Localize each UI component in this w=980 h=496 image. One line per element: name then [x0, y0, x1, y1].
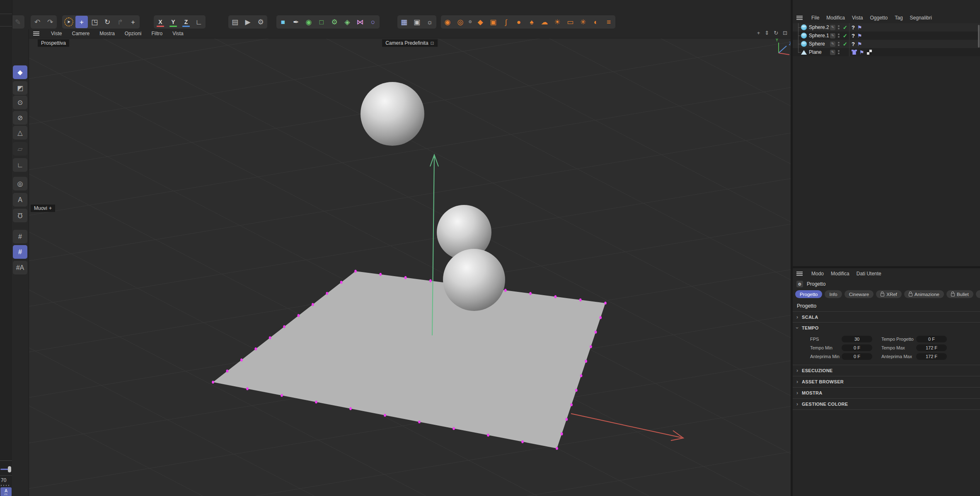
vertex-point[interactable]	[570, 403, 573, 406]
edit-enable-icon[interactable]: ✎	[830, 25, 835, 30]
vertex-point[interactable]	[298, 314, 300, 317]
generator-gear-icon[interactable]: ⚙	[328, 16, 341, 28]
collapsed-section[interactable]: › MOSTRA	[793, 387, 980, 398]
Sphere[interactable]: Sphere ✎ ✓ ? ⚑	[793, 40, 980, 48]
polygons-mode[interactable]: △	[13, 126, 27, 140]
attribute-menu-item[interactable]: Modifica	[831, 271, 849, 277]
spline-pen-icon[interactable]: ✒	[290, 16, 302, 28]
material-icon[interactable]: ▣	[487, 16, 499, 28]
workplane-icon[interactable]: #	[13, 230, 27, 243]
sphere-object-icon[interactable]	[801, 41, 807, 47]
Sphere.2[interactable]: Sphere.2 ✎ ✓ ? ⚑	[793, 23, 980, 31]
vertex-point[interactable]	[487, 433, 489, 436]
unknown-tag-icon[interactable]: ?	[852, 33, 855, 39]
vertex-point[interactable]	[575, 389, 578, 392]
viewport-menu-item[interactable]: Viste	[51, 31, 62, 36]
attribute-tab[interactable]: Bullet	[946, 290, 973, 298]
object-manager-menu-item[interactable]: Segnalibri	[910, 15, 932, 21]
vertex-point[interactable]	[246, 387, 249, 390]
field-value[interactable]: 0 F	[842, 353, 872, 360]
y-axis-lock[interactable]: Y	[167, 16, 179, 28]
z-axis-lock[interactable]: Z	[180, 16, 192, 28]
vertex-point[interactable]	[326, 292, 328, 295]
object-manager-menu-item[interactable]: Modifica	[826, 15, 845, 21]
workplane-auto-icon[interactable]: #A	[13, 261, 27, 274]
attribute-tab[interactable]: Cineware	[844, 290, 874, 298]
render-view-icon[interactable]: ▤	[229, 16, 241, 28]
texture-mode[interactable]: ◩	[13, 81, 27, 95]
mograph-icon[interactable]: ◉	[441, 16, 454, 28]
field-value[interactable]: 0 F	[842, 344, 872, 351]
vertex-point[interactable]	[312, 303, 314, 306]
timeline-ruler[interactable]	[1, 485, 9, 486]
Plane[interactable]: Plane ✎ ⚑	[793, 48, 980, 56]
subdivision-surface-icon[interactable]: ◉	[302, 16, 315, 28]
palette-icon[interactable]: ◐	[590, 16, 602, 28]
field-value[interactable]: 0 F	[916, 336, 947, 342]
vertex-point[interactable]	[384, 414, 386, 417]
attribute-tab[interactable]: Progetto	[795, 290, 822, 298]
vertex-point[interactable]	[566, 418, 568, 421]
sun-icon[interactable]: ☀	[551, 16, 564, 28]
last-tool-icon[interactable]: ↱	[114, 16, 126, 28]
field-value[interactable]: 30	[842, 336, 872, 342]
maximize-icon[interactable]: ⊡	[783, 30, 787, 36]
extrude-icon[interactable]: □	[315, 16, 328, 28]
unknown-tag-icon[interactable]: ?	[852, 41, 855, 47]
object-name[interactable]: Sphere	[809, 41, 825, 47]
vertex-point[interactable]	[254, 347, 257, 350]
attribute-menu-icon[interactable]	[796, 272, 803, 272]
cloud-icon[interactable]: ☁	[538, 16, 551, 28]
viewport-menu-item[interactable]: Opzioni	[125, 31, 142, 36]
edit-pencil-icon[interactable]: ✎	[12, 16, 24, 28]
vertex-point[interactable]	[580, 374, 583, 377]
live-selection-icon[interactable]: ➤	[63, 16, 75, 28]
edit-enable-icon[interactable]: ✎	[830, 33, 835, 39]
collapsed-section[interactable]: › GESTIONE COLORE	[793, 398, 980, 409]
global-move-icon[interactable]: +	[127, 16, 139, 28]
viewport-menu-item[interactable]: Vista	[172, 31, 183, 36]
camera-name-label[interactable]: Camera Predefinita⊡	[382, 39, 438, 47]
object-name[interactable]: Plane	[809, 49, 822, 55]
light-icon[interactable]: ●	[513, 16, 525, 28]
phong-tag-icon[interactable]: ⚑	[857, 33, 862, 39]
floor-icon[interactable]: ▦	[398, 16, 410, 28]
hair-icon[interactable]: ∫	[500, 16, 512, 28]
collapsed-section[interactable]: › ASSET BROWSER	[793, 376, 980, 387]
visibility-dots[interactable]	[838, 25, 840, 29]
visibility-dots[interactable]	[838, 34, 840, 38]
vertex-point[interactable]	[452, 427, 455, 430]
pan-icon[interactable]: +	[757, 30, 760, 36]
sphere-object-icon[interactable]	[801, 33, 807, 39]
enabled-check-icon[interactable]: ✓	[842, 41, 848, 47]
timeline-slider-handle[interactable]	[8, 466, 11, 472]
vertex-point[interactable]	[240, 359, 243, 361]
vertex-point[interactable]	[590, 345, 592, 348]
vertex-point[interactable]	[212, 380, 214, 383]
visibility-dots[interactable]	[838, 50, 840, 54]
field-value[interactable]: 172 F	[916, 344, 947, 351]
viewport-menu-item[interactable]: Filtro	[152, 31, 163, 36]
orbit-icon[interactable]: ↻	[774, 30, 778, 36]
object-name[interactable]: Sphere.1	[809, 33, 829, 39]
render-environment-icon[interactable]: ▭	[564, 16, 576, 28]
solo-mode[interactable]: ◎	[13, 177, 27, 190]
vertex-point[interactable]	[281, 394, 283, 397]
edges-mode[interactable]: ⊘	[13, 111, 27, 125]
rotate-tool-icon[interactable]: ↻	[101, 16, 114, 28]
vertex-point[interactable]	[404, 276, 407, 279]
coord-system-icon[interactable]: ∟	[193, 16, 205, 28]
vertex-point[interactable]	[429, 279, 432, 282]
zoom-icon[interactable]: ⇕	[765, 30, 769, 36]
volume-icon[interactable]: ◈	[341, 16, 353, 28]
sphere-object-icon[interactable]	[801, 24, 807, 30]
vertex-point[interactable]	[600, 316, 602, 319]
autokey-button[interactable]: A ılı	[0, 487, 12, 496]
scale-tool-icon[interactable]: ◳	[88, 16, 101, 28]
points-mode[interactable]: ⊙	[13, 96, 27, 109]
vertex-point[interactable]	[521, 440, 524, 443]
menu-lines-icon[interactable]: ≡	[603, 16, 615, 28]
viewport[interactable]: Y Z X VisteCamereMostraOpzioniFiltroVist…	[29, 29, 791, 496]
object-manager-menu-item[interactable]: Vista	[852, 15, 863, 21]
phong-tag-icon[interactable]: ⚑	[857, 24, 862, 31]
